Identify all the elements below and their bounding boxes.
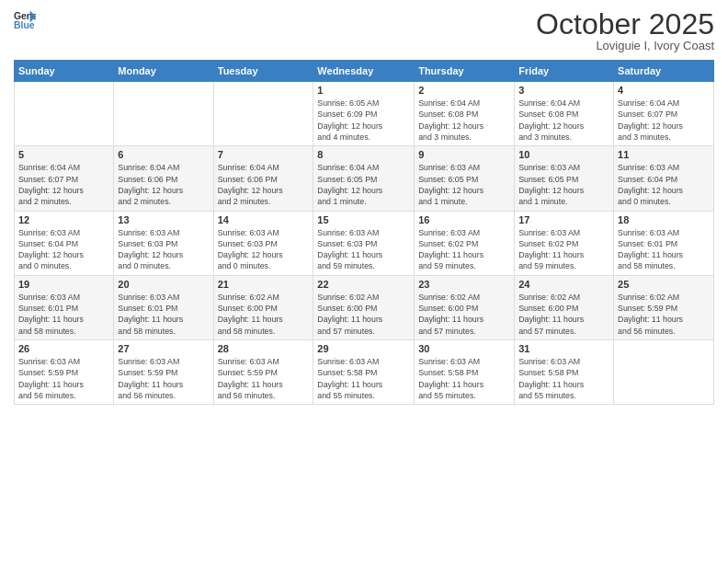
day-detail: Sunrise: 6:04 AM Sunset: 6:08 PM Dayligh… <box>518 98 609 143</box>
day-number: 21 <box>218 279 310 290</box>
day-header-wednesday: Wednesday <box>313 61 415 82</box>
calendar-cell: 27Sunrise: 6:03 AM Sunset: 5:59 PM Dayli… <box>114 340 213 405</box>
day-number: 17 <box>518 214 609 225</box>
svg-text:Blue: Blue <box>14 20 35 30</box>
calendar-week-row: 1Sunrise: 6:05 AM Sunset: 6:09 PM Daylig… <box>15 82 714 146</box>
day-detail: Sunrise: 6:03 AM Sunset: 6:05 PM Dayligh… <box>418 162 510 207</box>
calendar-cell: 26Sunrise: 6:03 AM Sunset: 5:59 PM Dayli… <box>15 340 114 405</box>
calendar-cell: 28Sunrise: 6:03 AM Sunset: 5:59 PM Dayli… <box>213 340 313 405</box>
day-detail: Sunrise: 6:05 AM Sunset: 6:09 PM Dayligh… <box>317 98 410 143</box>
day-header-saturday: Saturday <box>614 61 714 82</box>
calendar-cell: 13Sunrise: 6:03 AM Sunset: 6:03 PM Dayli… <box>114 211 213 275</box>
calendar-week-row: 19Sunrise: 6:03 AM Sunset: 6:01 PM Dayli… <box>15 275 714 339</box>
day-detail: Sunrise: 6:04 AM Sunset: 6:08 PM Dayligh… <box>418 98 510 143</box>
day-number: 23 <box>418 279 510 290</box>
day-number: 12 <box>18 214 109 225</box>
day-detail: Sunrise: 6:03 AM Sunset: 5:58 PM Dayligh… <box>418 356 510 401</box>
day-detail: Sunrise: 6:04 AM Sunset: 6:05 PM Dayligh… <box>317 162 410 207</box>
calendar-week-row: 26Sunrise: 6:03 AM Sunset: 5:59 PM Dayli… <box>15 340 714 405</box>
calendar-cell: 31Sunrise: 6:03 AM Sunset: 5:58 PM Dayli… <box>515 340 614 405</box>
day-number: 3 <box>518 85 609 96</box>
calendar-cell: 8Sunrise: 6:04 AM Sunset: 6:05 PM Daylig… <box>313 146 415 211</box>
day-number: 19 <box>18 279 109 290</box>
day-header-friday: Friday <box>515 61 614 82</box>
day-detail: Sunrise: 6:03 AM Sunset: 5:59 PM Dayligh… <box>18 356 109 401</box>
day-number: 15 <box>317 214 410 225</box>
day-number: 26 <box>18 343 109 354</box>
calendar-cell: 5Sunrise: 6:04 AM Sunset: 6:07 PM Daylig… <box>15 146 114 211</box>
day-number: 5 <box>18 149 109 160</box>
calendar-week-row: 12Sunrise: 6:03 AM Sunset: 6:04 PM Dayli… <box>15 211 714 275</box>
day-number: 7 <box>218 149 310 160</box>
calendar-body: 1Sunrise: 6:05 AM Sunset: 6:09 PM Daylig… <box>15 82 714 405</box>
calendar-cell: 11Sunrise: 6:03 AM Sunset: 6:04 PM Dayli… <box>614 146 714 211</box>
page-header: General Blue October 2025 Loviguie I, Iv… <box>14 9 714 52</box>
calendar-week-row: 5Sunrise: 6:04 AM Sunset: 6:07 PM Daylig… <box>15 146 714 211</box>
calendar-cell: 22Sunrise: 6:02 AM Sunset: 6:00 PM Dayli… <box>313 275 415 339</box>
calendar-cell <box>15 82 114 146</box>
day-header-thursday: Thursday <box>415 61 515 82</box>
calendar-cell: 7Sunrise: 6:04 AM Sunset: 6:06 PM Daylig… <box>213 146 313 211</box>
day-number: 14 <box>218 214 310 225</box>
calendar-cell: 4Sunrise: 6:04 AM Sunset: 6:07 PM Daylig… <box>614 82 714 146</box>
calendar-cell <box>213 82 313 146</box>
calendar-cell: 3Sunrise: 6:04 AM Sunset: 6:08 PM Daylig… <box>515 82 614 146</box>
calendar-cell <box>614 340 714 405</box>
day-number: 9 <box>418 149 510 160</box>
calendar-cell: 30Sunrise: 6:03 AM Sunset: 5:58 PM Dayli… <box>415 340 515 405</box>
day-number: 13 <box>118 214 209 225</box>
day-detail: Sunrise: 6:02 AM Sunset: 6:00 PM Dayligh… <box>518 292 609 337</box>
calendar-cell: 29Sunrise: 6:03 AM Sunset: 5:58 PM Dayli… <box>313 340 415 405</box>
day-detail: Sunrise: 6:04 AM Sunset: 6:06 PM Dayligh… <box>118 162 209 207</box>
calendar-cell: 20Sunrise: 6:03 AM Sunset: 6:01 PM Dayli… <box>114 275 213 339</box>
day-detail: Sunrise: 6:02 AM Sunset: 6:00 PM Dayligh… <box>418 292 510 337</box>
day-detail: Sunrise: 6:04 AM Sunset: 6:07 PM Dayligh… <box>18 162 109 207</box>
day-header-sunday: Sunday <box>15 61 114 82</box>
day-number: 22 <box>317 279 410 290</box>
calendar-cell: 10Sunrise: 6:03 AM Sunset: 6:05 PM Dayli… <box>515 146 614 211</box>
calendar-cell: 6Sunrise: 6:04 AM Sunset: 6:06 PM Daylig… <box>114 146 213 211</box>
calendar-cell: 16Sunrise: 6:03 AM Sunset: 6:02 PM Dayli… <box>415 211 515 275</box>
calendar-cell: 21Sunrise: 6:02 AM Sunset: 6:00 PM Dayli… <box>213 275 313 339</box>
calendar-cell: 18Sunrise: 6:03 AM Sunset: 6:01 PM Dayli… <box>614 211 714 275</box>
day-detail: Sunrise: 6:03 AM Sunset: 5:58 PM Dayligh… <box>518 356 609 401</box>
day-number: 25 <box>618 279 710 290</box>
calendar-cell: 9Sunrise: 6:03 AM Sunset: 6:05 PM Daylig… <box>415 146 515 211</box>
day-detail: Sunrise: 6:02 AM Sunset: 6:00 PM Dayligh… <box>218 292 310 337</box>
calendar-cell: 12Sunrise: 6:03 AM Sunset: 6:04 PM Dayli… <box>15 211 114 275</box>
logo: General Blue <box>14 9 36 31</box>
day-number: 18 <box>618 214 710 225</box>
day-detail: Sunrise: 6:03 AM Sunset: 6:01 PM Dayligh… <box>618 227 710 272</box>
day-number: 31 <box>518 343 609 354</box>
day-number: 27 <box>118 343 209 354</box>
calendar-cell: 17Sunrise: 6:03 AM Sunset: 6:02 PM Dayli… <box>515 211 614 275</box>
calendar-cell <box>114 82 213 146</box>
day-number: 16 <box>418 214 510 225</box>
day-detail: Sunrise: 6:03 AM Sunset: 5:59 PM Dayligh… <box>118 356 209 401</box>
day-detail: Sunrise: 6:03 AM Sunset: 6:01 PM Dayligh… <box>118 292 209 337</box>
day-detail: Sunrise: 6:03 AM Sunset: 6:03 PM Dayligh… <box>218 227 310 272</box>
day-number: 8 <box>317 149 410 160</box>
day-number: 4 <box>618 85 710 96</box>
calendar-cell: 24Sunrise: 6:02 AM Sunset: 6:00 PM Dayli… <box>515 275 614 339</box>
calendar-header-row: SundayMondayTuesdayWednesdayThursdayFrid… <box>15 61 714 82</box>
calendar-cell: 2Sunrise: 6:04 AM Sunset: 6:08 PM Daylig… <box>415 82 515 146</box>
day-detail: Sunrise: 6:03 AM Sunset: 6:03 PM Dayligh… <box>317 227 410 272</box>
location: Loviguie I, Ivory Coast <box>536 39 714 52</box>
day-detail: Sunrise: 6:03 AM Sunset: 5:58 PM Dayligh… <box>317 356 410 401</box>
calendar-cell: 1Sunrise: 6:05 AM Sunset: 6:09 PM Daylig… <box>313 82 415 146</box>
calendar-cell: 14Sunrise: 6:03 AM Sunset: 6:03 PM Dayli… <box>213 211 313 275</box>
day-number: 6 <box>118 149 209 160</box>
calendar: SundayMondayTuesdayWednesdayThursdayFrid… <box>14 60 714 405</box>
day-number: 20 <box>118 279 209 290</box>
day-number: 30 <box>418 343 510 354</box>
day-header-monday: Monday <box>114 61 213 82</box>
day-detail: Sunrise: 6:03 AM Sunset: 6:03 PM Dayligh… <box>118 227 209 272</box>
day-detail: Sunrise: 6:03 AM Sunset: 6:02 PM Dayligh… <box>418 227 510 272</box>
day-detail: Sunrise: 6:04 AM Sunset: 6:07 PM Dayligh… <box>618 98 710 143</box>
day-number: 29 <box>317 343 410 354</box>
month-title: October 2025 <box>536 9 714 39</box>
day-number: 11 <box>618 149 710 160</box>
day-detail: Sunrise: 6:03 AM Sunset: 5:59 PM Dayligh… <box>218 356 310 401</box>
day-number: 24 <box>518 279 609 290</box>
